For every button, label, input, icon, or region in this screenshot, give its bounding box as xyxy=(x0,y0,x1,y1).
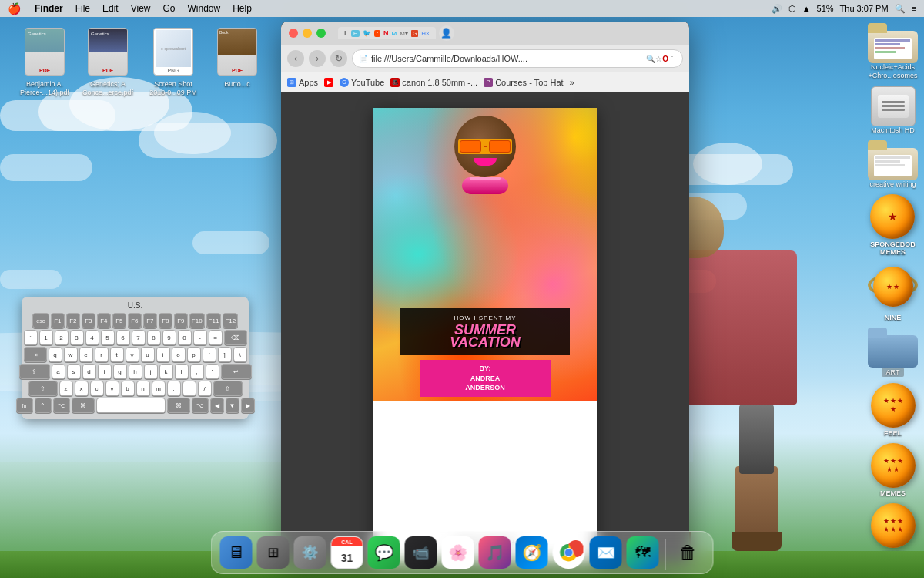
apple-menu[interactable]: 🍎 xyxy=(0,2,28,15)
control-center-icon[interactable]: ≡ xyxy=(912,4,916,13)
more-icon[interactable]: ⋮ xyxy=(668,55,676,63)
key-0[interactable]: 0 xyxy=(178,330,192,345)
key-s[interactable]: s xyxy=(67,364,81,379)
key-g[interactable]: g xyxy=(113,364,127,379)
key-m[interactable]: m xyxy=(152,381,166,396)
desktop-icon-story[interactable]: ★ ★ ★ ★ ★ ★ STORY xyxy=(871,503,916,557)
forward-button[interactable]: › xyxy=(309,50,326,67)
key-d[interactable]: d xyxy=(82,364,96,379)
key-p[interactable]: p xyxy=(187,347,201,362)
desktop-icon-nucleic[interactable]: Nucleic+Acids+Chro...osomes xyxy=(868,23,918,80)
key-1[interactable]: 1 xyxy=(39,330,53,345)
desktop-icon-feel[interactable]: ★ ★ ★ ★ FEEL xyxy=(871,383,916,437)
key-tab[interactable]: ⇥ xyxy=(24,347,47,362)
dock-launchpad[interactable]: ⊞ xyxy=(256,536,290,570)
key-slash[interactable]: / xyxy=(198,381,212,396)
back-button[interactable]: ‹ xyxy=(287,50,304,67)
key-2[interactable]: 2 xyxy=(55,330,69,345)
bookmark-youtube[interactable]: ▶ xyxy=(324,78,333,87)
key-n[interactable]: n xyxy=(136,381,150,396)
desktop-icon-memes[interactable]: ★ ★ ★ ★ ★ MEMES xyxy=(871,443,916,497)
key-5[interactable]: 5 xyxy=(101,330,115,345)
dock-calendar[interactable]: CAL 31 xyxy=(330,536,364,570)
key-i[interactable]: i xyxy=(156,347,170,362)
bookmark-courses[interactable]: 🎩 canon 1.8 50mm -... xyxy=(390,78,477,87)
dock-itunes[interactable]: 🎵 xyxy=(478,536,512,570)
key-f5[interactable]: F5 xyxy=(112,313,126,328)
key-j[interactable]: j xyxy=(144,364,158,379)
key-down[interactable]: ▼ xyxy=(226,398,239,413)
key-k[interactable]: k xyxy=(159,364,173,379)
desktop-icon-pdf2[interactable]: Genetics PDF Genetics; AConce...erce.pdf xyxy=(77,25,139,97)
bookmark-star[interactable]: ☆ xyxy=(655,55,662,63)
dock-trash[interactable]: 🗑 xyxy=(671,536,705,570)
menu-file[interactable]: File xyxy=(69,3,96,14)
key-6[interactable]: 6 xyxy=(116,330,130,345)
window-minimize-button[interactable] xyxy=(303,29,312,38)
key-esc[interactable]: esc xyxy=(32,313,49,328)
key-f1[interactable]: F1 xyxy=(51,313,65,328)
key-lcmd[interactable]: ⌘ xyxy=(72,398,95,413)
menu-finder[interactable]: Finder xyxy=(28,3,69,14)
browser-tab[interactable]: L E 🐦 r N M M▾ G H× xyxy=(338,27,436,39)
spotlight-icon[interactable]: 🔍 xyxy=(895,4,906,14)
key-comma[interactable]: , xyxy=(167,381,181,396)
key-3[interactable]: 3 xyxy=(70,330,84,345)
menu-edit[interactable]: Edit xyxy=(96,3,125,14)
key-y[interactable]: y xyxy=(126,347,139,362)
dock-chrome[interactable] xyxy=(552,536,586,570)
desktop-icon-screenshot[interactable]: ≡ spreadsheet PNG Screen Shot2018-0...09… xyxy=(142,25,204,97)
key-rshift[interactable]: ⇧ xyxy=(213,381,243,396)
desktop-icon-nine[interactable]: ★ ★ NINE xyxy=(868,262,918,321)
desktop-icon-spongebob[interactable]: ★ SPONGEBOBMEMES xyxy=(870,194,916,256)
key-f6[interactable]: F6 xyxy=(128,313,142,328)
window-close-button[interactable] xyxy=(289,29,298,38)
key-ralt[interactable]: ⌥ xyxy=(192,398,209,413)
key-w[interactable]: w xyxy=(64,347,78,362)
dock-photos[interactable]: 🌸 xyxy=(441,536,475,570)
key-period[interactable]: . xyxy=(182,381,196,396)
key-return[interactable]: ↩ xyxy=(221,364,252,379)
key-o[interactable]: o xyxy=(172,347,186,362)
key-lalt[interactable]: ⌥ xyxy=(53,398,70,413)
dock-messages[interactable]: 💬 xyxy=(367,536,401,570)
key-semicolon[interactable]: ; xyxy=(190,364,204,379)
key-minus[interactable]: - xyxy=(193,330,207,345)
key-equals[interactable]: = xyxy=(209,330,223,345)
dock-finder[interactable]: 🖥 xyxy=(219,536,253,570)
key-h[interactable]: h xyxy=(129,364,142,379)
key-7[interactable]: 7 xyxy=(132,330,146,345)
desktop-icon-creative[interactable]: creative writing xyxy=(868,140,918,188)
key-x[interactable]: x xyxy=(75,381,89,396)
menu-window[interactable]: Window xyxy=(182,3,227,14)
menu-view[interactable]: View xyxy=(125,3,157,14)
key-lshift[interactable]: ⇧ xyxy=(28,381,58,396)
bookmark-more[interactable]: » xyxy=(570,78,574,87)
key-capslock[interactable]: ⇪ xyxy=(19,364,50,379)
key-lbracket[interactable]: [ xyxy=(203,347,216,362)
key-c[interactable]: c xyxy=(90,381,104,396)
url-bar[interactable]: 📄 file:///Users/Cammille/Downloads/HOW..… xyxy=(352,49,683,68)
key-f8[interactable]: F8 xyxy=(159,313,172,328)
desktop-icon-macintosh-hd[interactable]: Macintosh HD xyxy=(871,86,916,134)
window-maximize-button[interactable] xyxy=(316,29,326,38)
bookmark-apps[interactable]: ⊞ Apps xyxy=(287,78,318,87)
key-q[interactable]: q xyxy=(49,347,62,362)
key-f10[interactable]: F10 xyxy=(189,313,205,328)
key-f7[interactable]: F7 xyxy=(143,313,157,328)
key-b[interactable]: b xyxy=(121,381,135,396)
dock-maps[interactable]: 🗺 xyxy=(626,536,660,570)
key-rbracket[interactable]: ] xyxy=(218,347,232,362)
dock-facetime[interactable]: 📹 xyxy=(404,536,438,570)
key-quote[interactable]: ' xyxy=(206,364,219,379)
audio-icon[interactable]: 🔊 xyxy=(772,4,782,14)
desktop-icon-pdf3[interactable]: Book PDF Burto...c xyxy=(206,25,268,89)
reload-button[interactable]: ↻ xyxy=(330,50,347,67)
key-right[interactable]: ▶ xyxy=(241,398,255,413)
opera-icon[interactable]: O xyxy=(662,55,668,63)
bookmark-peow[interactable]: P Courses - Top Hat xyxy=(484,78,563,87)
key-backslash[interactable]: \ xyxy=(233,347,247,362)
key-rcmd[interactable]: ⌘ xyxy=(167,398,190,413)
key-r[interactable]: r xyxy=(95,347,109,362)
search-icon[interactable]: 🔍 xyxy=(646,55,655,63)
